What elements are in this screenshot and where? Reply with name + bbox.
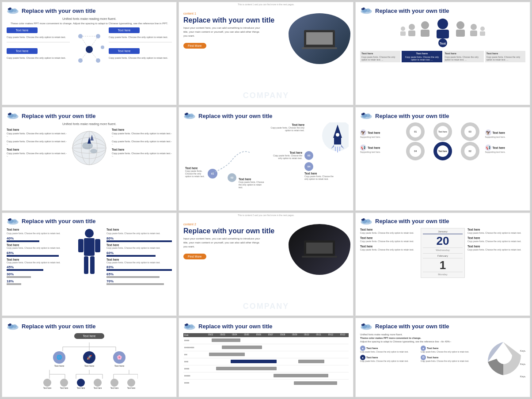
s1-text1: Copy paste fonts. Choose the only option… — [7, 36, 70, 39]
s6-right-item2: 📢 Text here Supporting text here. — [485, 144, 526, 153]
s4-item1-text2: Copy paste fonts. Choose the only option… — [7, 140, 67, 145]
svg-point-42 — [12, 114, 17, 117]
s8-topnote: This is content 2 and you can find more … — [238, 214, 294, 217]
s3-card4: Text here Copy paste fonts. Choose the o… — [485, 51, 525, 62]
slide-10: Replace with your own title Text here 🌐 … — [2, 318, 177, 397]
s9-left: Text here Copy paste fonts. Choose the o… — [360, 228, 418, 278]
s4-subtitle: Unified fonts make reading more fluent. — [7, 122, 172, 125]
svg-text:Text: Text — [440, 42, 446, 45]
tree-lines-2 — [41, 370, 138, 379]
s5-node3-text: Text here Copy paste fonts. Choose the o… — [271, 151, 302, 160]
laptop-icon2 — [302, 238, 337, 260]
svg-text:Keyword: Keyword — [520, 363, 525, 365]
slide-11-title: Replace with your own title — [198, 323, 273, 330]
s9-calendar: January 20 Wednesday February 1 Monday — [421, 228, 465, 278]
svg-point-28 — [456, 21, 464, 29]
svg-rect-92 — [363, 218, 365, 220]
svg-point-71 — [366, 114, 370, 117]
s8-btn[interactable]: Find More — [183, 254, 206, 259]
svg-rect-37 — [480, 31, 485, 36]
slide-6-title: Replace with your own title — [375, 113, 449, 119]
svg-point-34 — [401, 27, 405, 31]
cloud-icon-s3 — [360, 7, 372, 15]
s4-item4-text: Copy paste fonts. Choose the only option… — [112, 152, 172, 157]
svg-point-122 — [366, 324, 370, 328]
s12-text3: Adjust the spacing to adapt to Chinese t… — [360, 340, 479, 343]
svg-rect-29 — [456, 30, 465, 37]
gantt-row-3: xxx — [183, 351, 349, 358]
svg-rect-81 — [78, 239, 84, 252]
cloud-icon-s7 — [7, 217, 19, 225]
slide-12-title: Replace with your own title — [375, 323, 449, 330]
s1-btn2[interactable]: Text here — [109, 27, 140, 33]
gantt-row-2: xxxxxxxxxx — [183, 344, 349, 351]
s6-left-item1: 🦅 Text here Supporting text here. — [360, 129, 401, 138]
s5-node3-container: 03 — [304, 151, 313, 160]
s5-node4-text: Text here Copy paste fonts. Choose the o… — [269, 123, 304, 132]
s1-btn3[interactable]: Text here — [7, 48, 38, 54]
s8-body: Input your content here, you can add som… — [183, 237, 263, 249]
s10-bottom-row: Text here Text here Text here Text here … — [41, 379, 138, 389]
s4-item3-title: Text here — [7, 148, 67, 151]
people-icon: Text — [399, 17, 487, 48]
slide-3-title: Replace with your own title — [375, 8, 449, 14]
slide-4: Replace with your own title Unified font… — [2, 107, 177, 210]
s3-card3: Text here Copy paste fonts. Choose the o… — [444, 51, 484, 62]
slide-12: Replace with your own title Unified font… — [355, 318, 530, 397]
slide-9-title: Replace with your own title — [375, 218, 449, 224]
s12-chart: Keyword Keyword Keyword — [481, 333, 525, 392]
svg-rect-84 — [90, 256, 95, 274]
s3-cards: Text here Copy paste fonts. Choose the o… — [360, 51, 525, 62]
s8-watermark: COMPANY — [243, 302, 289, 311]
slide-3: Replace with your own title — [355, 2, 530, 105]
s7-left-stats: Text here Copy paste fonts. Choose the o… — [7, 228, 72, 290]
svg-rect-86 — [306, 243, 333, 254]
svg-point-15 — [101, 46, 104, 49]
svg-point-51 — [82, 142, 93, 149]
svg-rect-62 — [334, 138, 341, 144]
svg-rect-18 — [302, 47, 337, 49]
globe-container — [69, 128, 109, 168]
slide-2: This is content 1 and you can find more … — [179, 2, 353, 105]
s8-image — [289, 224, 350, 275]
cloud-icon-s9 — [360, 217, 372, 225]
slide-1-title: Replace with your own title — [22, 8, 96, 14]
s3-card-center: Text here Copy paste fonts. Choose the o… — [402, 51, 442, 62]
svg-rect-23 — [363, 8, 365, 9]
svg-point-36 — [480, 27, 485, 31]
s1-subtitle2: These color makes PPT more convenient to… — [7, 22, 172, 25]
cloud-icon-s5 — [183, 112, 196, 120]
svg-rect-44 — [9, 113, 11, 115]
s9-layout: Text here Copy paste fonts. Choose the o… — [360, 228, 525, 278]
s5-node2-container: 02 — [228, 173, 236, 182]
globe-icon — [71, 128, 108, 168]
svg-point-13 — [78, 58, 83, 63]
svg-rect-83 — [84, 256, 88, 274]
s6-right-item1: 🦅 Text here Supporting text here. — [485, 129, 526, 138]
s6-left-item2: 📢 Text here Supporting text here. — [360, 144, 401, 153]
svg-point-21 — [366, 8, 370, 12]
slide-9: Replace with your own title Text here Co… — [355, 213, 530, 316]
s1-btn1[interactable]: Text here — [7, 27, 38, 33]
s7-right-stats: Text here Copy paste fonts. Choose the o… — [106, 228, 172, 290]
svg-point-11 — [96, 34, 100, 38]
svg-rect-73 — [363, 113, 365, 115]
s2-btn[interactable]: Find More — [183, 43, 206, 49]
slide-7-title: Replace with your own title — [22, 218, 96, 224]
slide-4-title: Replace with your own title — [22, 113, 96, 119]
s9-right: Text here Copy paste fonts. Choose the o… — [467, 228, 525, 278]
svg-rect-17 — [306, 32, 333, 45]
svg-point-52 — [90, 149, 97, 153]
svg-rect-31 — [408, 30, 415, 36]
s10-tree: Text here 🌐 Text here 🚀 Text here — [7, 333, 172, 389]
s5-diagram: Text here Copy paste fonts. Choose the o… — [183, 122, 349, 193]
s2-topnote: This is content 1 and you can find more … — [238, 3, 294, 6]
circle-04: 04 — [406, 142, 425, 160]
person-figure — [76, 228, 103, 290]
svg-rect-80 — [84, 238, 95, 256]
s5-node4-container: 04 Text here Copy paste fonts. Choose th… — [304, 162, 335, 180]
s1-btn4[interactable]: Text here — [109, 48, 140, 54]
s1-text4: Copy paste fonts. Choose the only option… — [109, 57, 172, 60]
s6-layout: 🦅 Text here Supporting text here. 📢 Text… — [360, 122, 525, 160]
svg-point-65 — [336, 133, 339, 137]
